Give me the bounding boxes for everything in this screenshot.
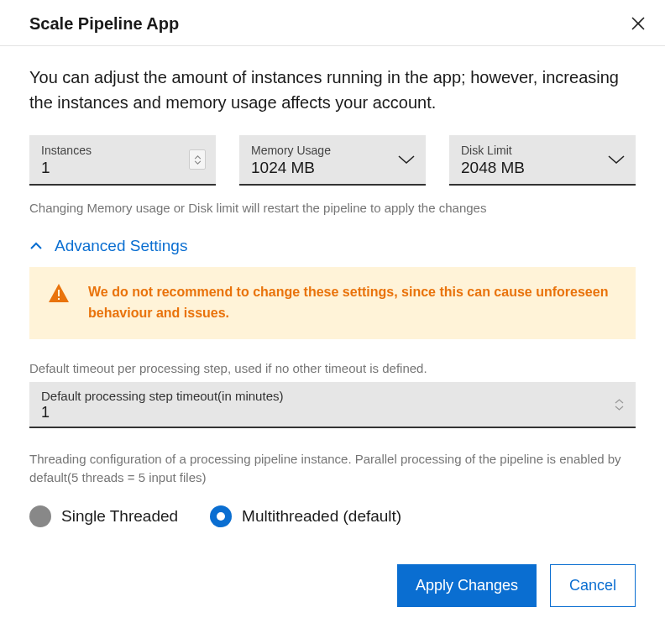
radio-selected-icon bbox=[210, 505, 232, 527]
multithreaded-option[interactable]: Multithreaded (default) bbox=[210, 505, 401, 527]
restart-hint: Changing Memory usage or Disk limit will… bbox=[29, 201, 636, 215]
disk-limit-field[interactable]: Disk Limit 2048 MB bbox=[449, 135, 636, 186]
close-button[interactable] bbox=[628, 13, 648, 34]
cancel-button[interactable]: Cancel bbox=[550, 564, 636, 607]
warning-banner: We do not recommend to change these sett… bbox=[29, 267, 636, 339]
timeout-value: 1 bbox=[41, 404, 624, 421]
apply-changes-button[interactable]: Apply Changes bbox=[397, 564, 537, 607]
multithreaded-label: Multithreaded (default) bbox=[242, 507, 401, 526]
memory-usage-field[interactable]: Memory Usage 1024 MB bbox=[239, 135, 426, 186]
intro-text: You can adjust the amount of instances r… bbox=[29, 65, 636, 115]
chevron-down-icon bbox=[615, 406, 624, 411]
dropdown-chevron[interactable] bbox=[607, 154, 626, 165]
instances-label: Instances bbox=[41, 144, 204, 157]
dialog-body: You can adjust the amount of instances r… bbox=[0, 46, 665, 527]
chevron-up-icon bbox=[29, 242, 43, 250]
chevron-down-icon bbox=[397, 154, 416, 165]
chevron-up-icon bbox=[194, 155, 202, 160]
dialog-header: Scale Pipeline App bbox=[0, 0, 665, 46]
close-icon bbox=[631, 16, 646, 31]
dialog-title: Scale Pipeline App bbox=[29, 14, 179, 34]
dropdown-chevron[interactable] bbox=[397, 154, 416, 165]
chevron-up-icon bbox=[615, 399, 624, 404]
warning-text: We do not recommend to change these sett… bbox=[88, 282, 617, 324]
disk-value: 2048 MB bbox=[461, 159, 624, 177]
instances-value: 1 bbox=[41, 159, 204, 177]
timeout-description: Default timeout per processing step, use… bbox=[29, 359, 636, 378]
dialog-footer: Apply Changes Cancel bbox=[0, 564, 665, 632]
timeout-label: Default processing step timeout(in minut… bbox=[41, 389, 624, 403]
advanced-settings-toggle[interactable]: Advanced Settings bbox=[29, 237, 636, 255]
chevron-down-icon bbox=[607, 154, 626, 165]
disk-label: Disk Limit bbox=[461, 144, 624, 157]
advanced-settings-label: Advanced Settings bbox=[55, 237, 187, 255]
scale-pipeline-dialog: Scale Pipeline App You can adjust the am… bbox=[0, 0, 665, 632]
threading-radio-group: Single Threaded Multithreaded (default) bbox=[29, 505, 636, 527]
svg-rect-3 bbox=[58, 290, 60, 296]
stepper-icon[interactable] bbox=[615, 399, 624, 411]
single-threaded-label: Single Threaded bbox=[61, 507, 178, 526]
memory-value: 1024 MB bbox=[251, 159, 414, 177]
resource-fields-row: Instances 1 Memory Usage 1024 MB Disk Li… bbox=[29, 135, 636, 186]
threading-description: Threading configuration of a processing … bbox=[29, 450, 636, 487]
warning-icon bbox=[48, 282, 70, 307]
chevron-down-icon bbox=[194, 160, 202, 165]
single-threaded-option[interactable]: Single Threaded bbox=[29, 505, 178, 527]
radio-unselected-icon bbox=[29, 505, 51, 527]
timeout-field[interactable]: Default processing step timeout(in minut… bbox=[29, 382, 636, 428]
svg-rect-4 bbox=[58, 298, 60, 300]
stepper-icon[interactable] bbox=[189, 149, 206, 170]
memory-label: Memory Usage bbox=[251, 144, 414, 157]
instances-field[interactable]: Instances 1 bbox=[29, 135, 216, 186]
